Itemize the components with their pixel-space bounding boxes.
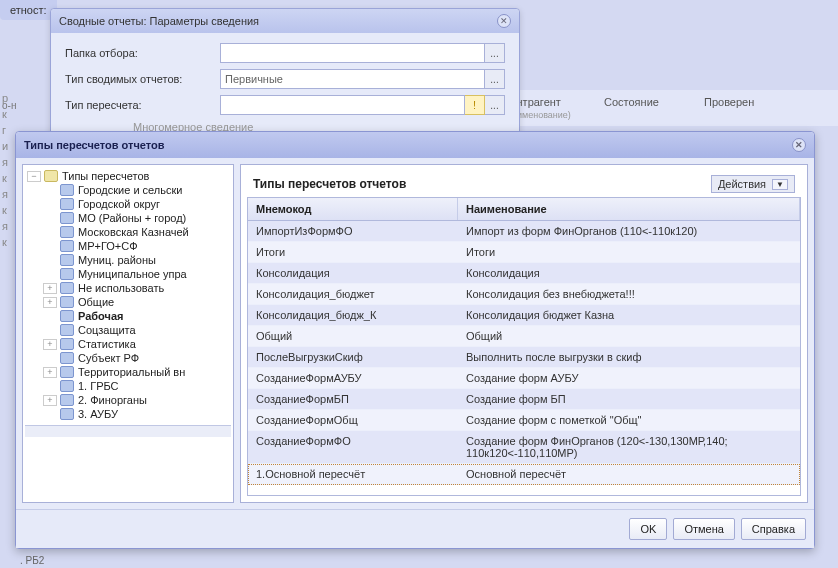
tree-item-label: Муниц. районы <box>78 254 156 266</box>
cell-mnemo: Консолидация_бюдж_К <box>248 305 458 325</box>
db-icon <box>60 268 74 280</box>
tree-item[interactable]: 3. АУБУ <box>43 407 231 421</box>
rb2-label: . РБ2 <box>20 555 44 566</box>
close-icon[interactable]: ✕ <box>497 14 511 28</box>
type-picker-button[interactable]: ... <box>485 69 505 89</box>
tree-item-label: Рабочая <box>78 310 123 322</box>
toggle-spacer <box>43 255 57 266</box>
tree-item[interactable]: МР+ГО+СФ <box>43 239 231 253</box>
table-row[interactable]: КонсолидацияКонсолидация <box>248 263 800 284</box>
tree-item[interactable]: Муниц. районы <box>43 253 231 267</box>
recalc-label: Тип пересчета: <box>65 99 220 111</box>
col-mnemo[interactable]: Мнемокод <box>248 198 458 220</box>
dialog-recalc-types: Типы пересчетов отчетов ✕ − Типы пересче… <box>15 131 815 549</box>
toggle-spacer <box>43 311 57 322</box>
close-icon[interactable]: ✕ <box>792 138 806 152</box>
expand-icon[interactable]: + <box>43 367 57 378</box>
db-icon <box>60 394 74 406</box>
tree-item[interactable]: +Не использовать <box>43 281 231 295</box>
toggle-spacer <box>43 381 57 392</box>
tree-item-label: МО (Районы + город) <box>78 212 186 224</box>
cell-mnemo: СозданиеФормФО <box>248 431 458 463</box>
chevron-down-icon[interactable]: ▼ <box>772 179 788 190</box>
db-icon <box>60 226 74 238</box>
toggle-spacer <box>43 409 57 420</box>
table-row[interactable]: СозданиеФормОбщСоздание форм с пометкой … <box>248 410 800 431</box>
expand-icon[interactable]: + <box>43 297 57 308</box>
folder-input[interactable] <box>220 43 485 63</box>
tree-item-label: МР+ГО+СФ <box>78 240 138 252</box>
cancel-button[interactable]: Отмена <box>673 518 734 540</box>
table-row[interactable]: СозданиеФормАУБУСоздание форм АУБУ <box>248 368 800 389</box>
ok-button[interactable]: OK <box>629 518 667 540</box>
db-icon <box>60 338 74 350</box>
tree-item[interactable]: Соцзащита <box>43 323 231 337</box>
db-icon <box>60 212 74 224</box>
tree-item[interactable]: Городской округ <box>43 197 231 211</box>
col-name[interactable]: Наименование <box>458 198 800 220</box>
toggle-spacer <box>43 269 57 280</box>
table-row[interactable]: ИтогиИтоги <box>248 242 800 263</box>
table-row[interactable]: ПослеВыгрузкиСкифВыполнить после выгрузк… <box>248 347 800 368</box>
table-row[interactable]: СозданиеФормФОСоздание форм ФинОрганов (… <box>248 431 800 464</box>
tree-item-label: 3. АУБУ <box>78 408 118 420</box>
table-row[interactable]: ИмпортИзФормФОИмпорт из форм ФинОрганов … <box>248 221 800 242</box>
db-icon <box>60 324 74 336</box>
table-row[interactable]: ОбщийОбщий <box>248 326 800 347</box>
tree-item[interactable]: Муниципальное упра <box>43 267 231 281</box>
tree-item-label: 1. ГРБС <box>78 380 119 392</box>
expand-icon[interactable]: + <box>43 339 57 350</box>
cell-name: Создание форм АУБУ <box>458 368 800 388</box>
help-button[interactable]: Справка <box>741 518 806 540</box>
tree-item-label: Не использовать <box>78 282 164 294</box>
cell-name: Консолидация без внебюджета!!! <box>458 284 800 304</box>
actions-button[interactable]: Действия ▼ <box>711 175 795 193</box>
db-icon <box>60 282 74 294</box>
recalc-picker-button[interactable]: ... <box>485 95 505 115</box>
cell-name: Создание форм БП <box>458 389 800 409</box>
tree-item-label: Муниципальное упра <box>78 268 187 280</box>
db-icon <box>60 380 74 392</box>
folder-picker-button[interactable]: ... <box>485 43 505 63</box>
tree-item[interactable]: МО (Районы + город) <box>43 211 231 225</box>
tree-item[interactable]: +Статистика <box>43 337 231 351</box>
tree-item-label: 2. Финорганы <box>78 394 147 406</box>
db-icon <box>60 366 74 378</box>
table-row[interactable]: 1.Основной пересчётОсновной пересчёт <box>248 464 800 485</box>
dialog1-titlebar[interactable]: Сводные отчеты: Параметры сведения ✕ <box>51 9 519 33</box>
folder-label: Папка отбора: <box>65 47 220 59</box>
dialog2-titlebar[interactable]: Типы пересчетов отчетов ✕ <box>16 132 814 158</box>
dialog-summary-params: Сводные отчеты: Параметры сведения ✕ Пап… <box>50 8 520 144</box>
collapse-icon[interactable]: − <box>27 171 41 182</box>
recalc-input[interactable] <box>220 95 465 115</box>
type-input[interactable] <box>220 69 485 89</box>
toggle-spacer <box>43 185 57 196</box>
table-row[interactable]: СозданиеФормБПСоздание форм БП <box>248 389 800 410</box>
tree-item-label: Соцзащита <box>78 324 136 336</box>
tree-item[interactable]: +Общие <box>43 295 231 309</box>
cell-mnemo: Консолидация_бюджет <box>248 284 458 304</box>
cell-mnemo: Консолидация <box>248 263 458 283</box>
cell-name: Общий <box>458 326 800 346</box>
tree-root[interactable]: − Типы пересчетов <box>27 169 231 183</box>
tree-item[interactable]: 1. ГРБС <box>43 379 231 393</box>
tree-item[interactable]: Московская Казначей <box>43 225 231 239</box>
dialog1-title: Сводные отчеты: Параметры сведения <box>59 15 259 27</box>
bg-col-state: Состояние <box>604 96 684 120</box>
tree-item[interactable]: Городские и сельски <box>43 183 231 197</box>
expand-icon[interactable]: + <box>43 395 57 406</box>
tree-item[interactable]: Рабочая <box>43 309 231 323</box>
cell-mnemo: ПослеВыгрузкиСкиф <box>248 347 458 367</box>
cell-mnemo: Итоги <box>248 242 458 262</box>
expand-icon[interactable]: + <box>43 283 57 294</box>
tree-item[interactable]: +Территориальный вн <box>43 365 231 379</box>
cell-name: Основной пересчёт <box>458 464 800 484</box>
db-icon <box>60 254 74 266</box>
tree-item-label: Общие <box>78 296 114 308</box>
table-row[interactable]: Консолидация_бюдж_ККонсолидация бюджет К… <box>248 305 800 326</box>
tree-item[interactable]: Субъект РФ <box>43 351 231 365</box>
tree-h-scrollbar[interactable] <box>25 425 231 437</box>
tree-item[interactable]: +2. Финорганы <box>43 393 231 407</box>
table-row[interactable]: Консолидация_бюджетКонсолидация без внеб… <box>248 284 800 305</box>
cell-name: Импорт из форм ФинОрганов (110<-110к120) <box>458 221 800 241</box>
